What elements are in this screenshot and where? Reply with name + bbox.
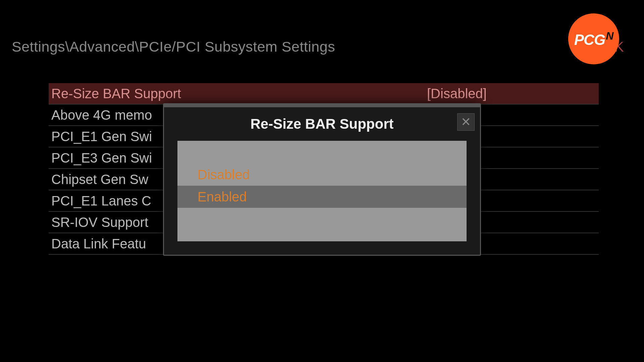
close-button[interactable]: ✕ — [457, 113, 475, 131]
breadcrumb: Settings\Advanced\PCIe/PCI Subsystem Set… — [12, 39, 335, 55]
setting-resize-bar[interactable]: Re-Size BAR Support [Disabled] — [49, 83, 599, 105]
setting-value: [Disabled] — [427, 86, 599, 101]
modal-body: Disabled Enabled — [177, 141, 467, 241]
option-enabled[interactable]: Enabled — [177, 186, 467, 208]
close-icon: ✕ — [461, 115, 471, 129]
logo-text: PCGN — [574, 30, 613, 48]
modal-resize-bar: Re-Size BAR Support ✕ Disabled Enabled — [163, 103, 481, 256]
option-disabled[interactable]: Disabled — [177, 164, 467, 186]
modal-header: Re-Size BAR Support ✕ — [164, 107, 480, 141]
setting-label: Re-Size BAR Support — [51, 86, 427, 101]
pcgn-logo: PCGN — [568, 13, 619, 64]
modal-title: Re-Size BAR Support — [250, 116, 393, 132]
